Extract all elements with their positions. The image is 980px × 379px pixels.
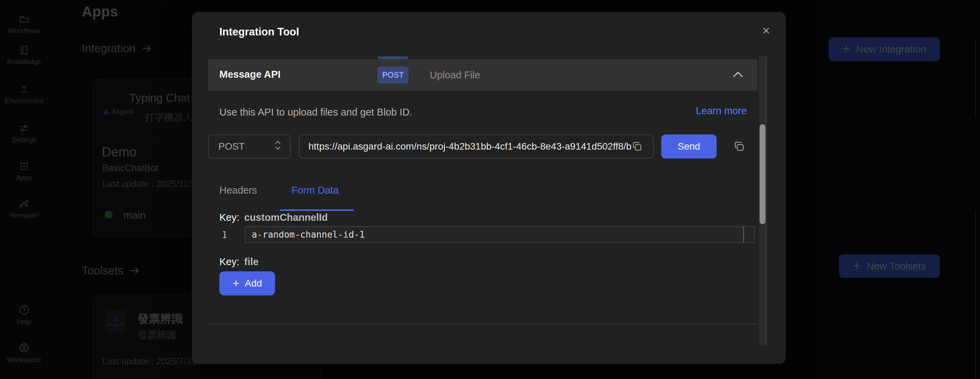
method-select-value: POST [218,141,245,152]
method-badge: POST [377,66,409,84]
select-chevrons-icon [275,141,281,150]
chevron-up-icon[interactable] [732,70,744,78]
editor-content: a-random-channel-id-1 [252,229,365,240]
screen: Workflows Knowledge Environment Settings… [0,0,980,379]
integration-tool-modal: Integration Tool ✕ Message API POST Uplo… [192,12,786,364]
copy-url-icon[interactable] [632,141,643,152]
add-button-label: Add [245,278,262,289]
form-key-row: Key: customChannelId [220,212,328,223]
send-button-label: Send [678,141,700,152]
send-button[interactable]: Send [661,134,717,159]
key-label: Key: [220,212,239,223]
add-file-button[interactable]: + Add [220,271,275,295]
api-description: Use this API to upload files and get Blo… [220,107,412,118]
active-tab-underline [280,209,354,211]
copy-request-icon[interactable] [733,141,745,152]
tab-form-data[interactable]: Form Data [291,185,339,196]
previous-section-badge-sliver [377,56,409,59]
message-api-section-header[interactable]: Message API POST Upload File [208,59,757,91]
code-editor-input[interactable]: a-random-channel-id-1 [245,226,755,243]
modal-scroll-area: Message API POST Upload File Use this AP… [208,56,757,346]
modal-title: Integration Tool [220,26,299,38]
editor-cursor-column [743,226,744,243]
key-label: Key: [220,256,239,268]
tab-headers[interactable]: Headers [220,185,257,196]
editor-line-number: 1 [222,230,227,240]
modal-footer-divider [208,323,757,324]
url-input[interactable]: https://api.asgard-ai.com/ns/proj-4b2b31… [299,134,654,159]
key-value: file [244,256,259,268]
url-value: https://api.asgard-ai.com/ns/proj-4b2b31… [309,141,632,152]
key-value: customChannelId [244,212,328,223]
scrollbar-thumb[interactable] [760,124,765,224]
learn-more-link[interactable]: Learn more [696,105,747,116]
form-key-row: Key: file [220,256,259,268]
close-icon[interactable]: ✕ [756,21,776,40]
endpoint-name: Upload File [430,70,480,81]
method-select[interactable]: POST [208,134,291,159]
section-name: Message API [220,69,281,80]
